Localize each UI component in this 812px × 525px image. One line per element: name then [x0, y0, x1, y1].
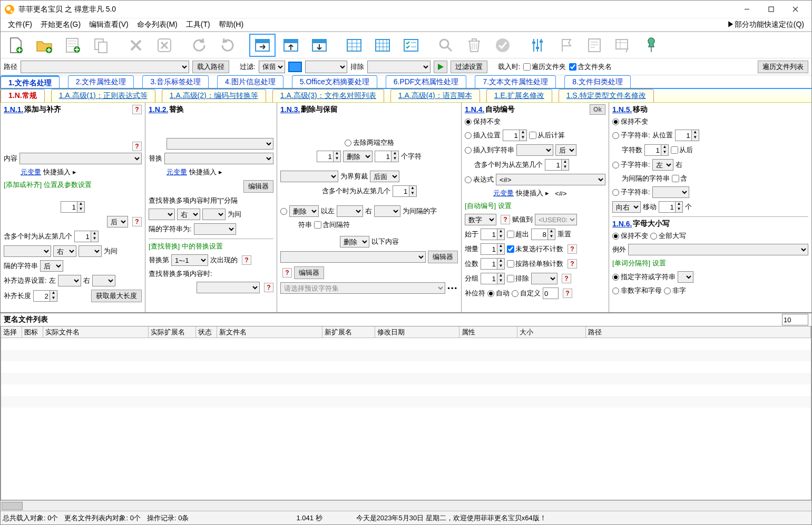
menu-tools[interactable]: 工具(T): [182, 20, 214, 29]
menu-edit[interactable]: 编辑查看(V): [85, 20, 133, 29]
new-file-icon[interactable]: [3, 34, 29, 57]
open-folder-icon[interactable]: [31, 34, 57, 57]
arrow-down-panel-icon[interactable]: [306, 34, 332, 57]
arrow-up-panel-icon[interactable]: [278, 34, 304, 57]
menu-start[interactable]: 开始更名(G): [36, 20, 85, 29]
form-icon[interactable]: [581, 34, 608, 57]
tab-4[interactable]: 4.图片信息处理: [217, 75, 283, 88]
subtab-4[interactable]: 1.A.高级(4)：语言脚本: [390, 89, 480, 102]
withdir-checkbox[interactable]: 含文件夹名: [569, 62, 612, 72]
checklist-icon[interactable]: [398, 34, 424, 57]
panel-replace: 1.N.2.替换 替换 元变量元变量快捷插入 ▸快捷插入 ▸ 编辑器 查找替换多…: [145, 103, 277, 312]
dir-select[interactable]: 右: [53, 245, 76, 257]
undo-icon[interactable]: [186, 34, 212, 57]
getmax-button[interactable]: 获取最大长度: [91, 290, 142, 302]
table2-icon[interactable]: [369, 34, 396, 57]
replace-to[interactable]: [164, 153, 273, 164]
trash-icon[interactable]: [461, 34, 487, 57]
quick-nav[interactable]: ▶部分功能快速定位(Q): [727, 20, 808, 29]
tab-7[interactable]: 7.文本文件属性处理: [475, 75, 556, 88]
check-circle-icon[interactable]: [490, 34, 516, 57]
file-grid[interactable]: 选择 图标 实际文件名 实际扩展名 状态 新文件名 新扩展名 修改日期 属性 大…: [1, 326, 811, 500]
color-swatch-icon[interactable]: [288, 62, 302, 72]
exclude-select[interactable]: [367, 61, 431, 73]
table-icon[interactable]: [341, 34, 367, 57]
delmode-radio[interactable]: [280, 208, 287, 215]
menu-help[interactable]: 帮助(H): [214, 20, 248, 29]
help-icon[interactable]: ?: [501, 215, 510, 224]
multi-spin[interactable]: ▲▼: [74, 231, 99, 242]
flag-icon[interactable]: [553, 34, 579, 57]
filter-run-button[interactable]: [434, 61, 447, 73]
redo-icon[interactable]: [214, 34, 241, 57]
loadtime-label: 载入时:: [498, 62, 521, 72]
after-select[interactable]: 后: [107, 216, 128, 227]
search-icon[interactable]: [433, 34, 459, 57]
content-select[interactable]: [19, 153, 142, 164]
pin-icon[interactable]: [638, 34, 664, 57]
minimize-button[interactable]: [735, 1, 759, 18]
filter-value-select[interactable]: [305, 61, 347, 73]
menu-file[interactable]: 文件(F): [4, 20, 36, 29]
nth-select[interactable]: 1~-1: [171, 254, 208, 266]
help-icon[interactable]: ?: [132, 105, 142, 114]
editor-button2[interactable]: 编辑器: [294, 266, 324, 279]
titlebar: 菲菲更名宝贝 之 得意非凡 5.0: [1, 1, 811, 18]
editor-button[interactable]: 编辑器: [428, 251, 458, 263]
help-icon[interactable]: ?: [563, 289, 572, 298]
keep-radio[interactable]: 保持不变: [465, 117, 501, 126]
subtab-5[interactable]: 1.E.扩展名修改: [486, 89, 552, 102]
tab-5[interactable]: 5.Office文档摘要处理: [292, 75, 377, 88]
keep-select[interactable]: 保留: [259, 61, 285, 73]
help-icon[interactable]: ?: [132, 217, 142, 226]
sliders-icon[interactable]: [524, 34, 551, 57]
blank-select[interactable]: [4, 245, 51, 257]
statusbar: 总共载入对象: 0个 更名文件列表内对象: 0个 操作记录: 0条 1.041 …: [1, 511, 811, 524]
table-settings-icon[interactable]: [610, 34, 636, 57]
delete-icon[interactable]: [123, 34, 149, 57]
menu-cmdlist[interactable]: 命令列表(M): [133, 20, 182, 29]
help-icon[interactable]: ?: [568, 259, 577, 269]
load-path-button[interactable]: 载入路径: [192, 61, 229, 73]
help-icon[interactable]: ?: [132, 142, 142, 151]
listfiles-button[interactable]: 遍历文件列表: [758, 61, 808, 73]
tab-1[interactable]: 1.文件名处理: [1, 75, 60, 88]
tab-2[interactable]: 2.文件属性处理: [68, 75, 134, 88]
subtab-6[interactable]: 1.S.特定类型文件名修改: [559, 89, 654, 102]
help-icon[interactable]: ?: [264, 283, 273, 292]
panel-delete: 1.N.3.删除与保留 去除两端空格 ▲▼删除▲▼个字符 为界剪裁后面 含多个时…: [277, 103, 462, 312]
copy-icon[interactable]: [88, 34, 114, 57]
pos-spin[interactable]: ▲▼: [61, 201, 85, 213]
subtab-3[interactable]: 1.A.高级(3)：文件名对照列表: [272, 89, 384, 102]
arrow-right-panel-icon[interactable]: [249, 34, 276, 57]
subtab-0[interactable]: 1.N.常规: [1, 89, 45, 102]
ok-button[interactable]: Ok: [590, 104, 605, 115]
close-button[interactable]: [783, 1, 807, 18]
menubar: 文件(F) 开始更名(G) 编辑查看(V) 命令列表(M) 工具(T) 帮助(H…: [1, 18, 811, 32]
help-icon[interactable]: ?: [568, 244, 577, 254]
maximize-button[interactable]: [759, 1, 783, 18]
help-icon[interactable]: ?: [282, 268, 292, 278]
subtab-2[interactable]: 1.A.高级(2)：编码与转换等: [162, 89, 266, 102]
subtab-1[interactable]: 1.A.高级(1)：正则表达式等: [51, 89, 155, 102]
grid-count-input[interactable]: [782, 314, 808, 325]
list-add-icon[interactable]: [60, 34, 86, 57]
recurse-checkbox[interactable]: 遍历文件夹: [523, 62, 566, 72]
padlen-spin[interactable]: ▲▼: [33, 290, 57, 302]
delete-all-icon[interactable]: [151, 34, 178, 57]
trim-radio[interactable]: 去除两端空格: [345, 138, 394, 147]
tab-8[interactable]: 8.文件归类处理: [564, 75, 631, 88]
replace-from[interactable]: [167, 138, 273, 150]
sep-select[interactable]: 后: [40, 260, 63, 272]
path-select[interactable]: [21, 61, 189, 73]
vars-link[interactable]: 元变量: [21, 167, 41, 177]
preset-select[interactable]: 请选择预设字符集: [280, 282, 445, 294]
help-icon[interactable]: ?: [242, 255, 251, 265]
h-scrollbar[interactable]: [1, 500, 811, 511]
editor-button[interactable]: 编辑器: [243, 180, 273, 193]
tab-3[interactable]: 3.音乐标签处理: [142, 75, 209, 88]
filter-settings-button[interactable]: 过滤设置: [451, 61, 487, 73]
tab-6[interactable]: 6.PDF文档属性处理: [386, 75, 467, 88]
help-icon[interactable]: ?: [562, 274, 571, 283]
svg-rect-13: [312, 39, 326, 43]
